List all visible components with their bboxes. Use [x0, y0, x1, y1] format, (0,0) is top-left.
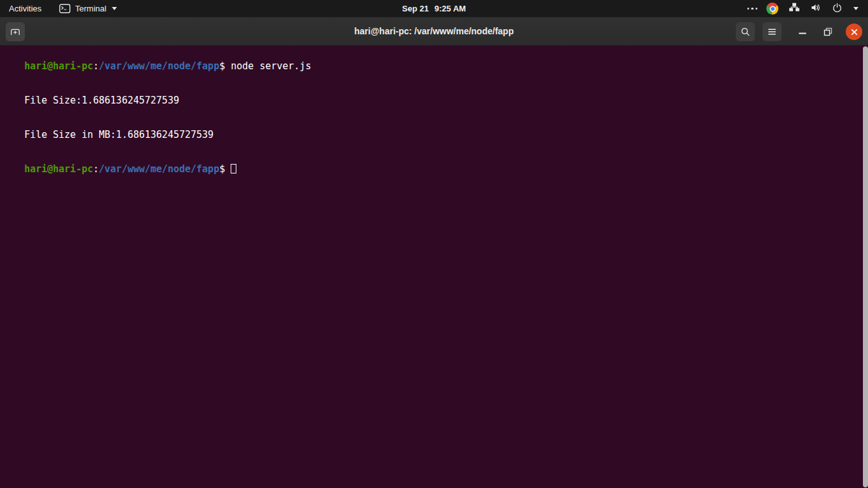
terminal-header-bar: hari@hari-pc: /var/www/me/node/fapp [0, 17, 868, 46]
terminal-line: hari@hari-pc:/var/www/me/node/fapp$ node… [1, 49, 860, 83]
terminal-cursor [231, 164, 236, 173]
terminal-content[interactable]: hari@hari-pc:/var/www/me/node/fapp$ node… [0, 46, 868, 488]
clock-date: Sep 21 [402, 4, 429, 13]
menu-button[interactable] [763, 22, 782, 41]
activities-button[interactable]: Activities [0, 0, 50, 17]
clock-time: 9:25 AM [435, 4, 466, 13]
scrollbar-thumb[interactable] [863, 46, 868, 487]
caret-down-icon [853, 7, 858, 10]
ellipsis-icon[interactable] [743, 8, 762, 10]
prompt-path: /var/www/me/node/fapp [99, 163, 220, 175]
new-tab-button[interactable] [6, 22, 25, 41]
prompt-colon: : [93, 60, 99, 72]
search-button[interactable] [736, 22, 755, 41]
network-icon [788, 1, 801, 16]
prompt-user-host: hari@hari-pc [24, 163, 93, 175]
terminal-line: File Size:1.686136245727539 [1, 83, 860, 118]
command-text: node server.js [231, 60, 311, 72]
caret-down-icon [112, 7, 117, 10]
restore-button[interactable] [818, 22, 837, 41]
terminal-line: hari@hari-pc:/var/www/me/node/fapp$ [1, 152, 860, 186]
output-text: File Size in MB:1.686136245727539 [24, 129, 214, 140]
power-icon [831, 2, 843, 16]
prompt-colon: : [93, 163, 99, 175]
chrome-icon[interactable] [766, 3, 778, 15]
terminal-line: File Size in MB:1.686136245727539 [1, 118, 860, 152]
app-menu-label: Terminal [75, 4, 106, 13]
terminal-icon [59, 4, 71, 13]
app-menu-terminal[interactable]: Terminal [50, 0, 126, 17]
minimize-button[interactable] [793, 22, 812, 41]
clock-button[interactable]: Sep 21 9:25 AM [402, 0, 466, 17]
system-status-area[interactable] [783, 0, 863, 17]
prompt-path: /var/www/me/node/fapp [99, 60, 220, 72]
close-button[interactable] [846, 24, 862, 40]
output-text: File Size:1.686136245727539 [24, 95, 179, 106]
volume-icon [810, 1, 822, 16]
prompt-user-host: hari@hari-pc [24, 60, 93, 72]
top-bar: Activities Terminal Sep 21 9:25 AM [0, 0, 868, 17]
prompt-dollar: $ [219, 163, 231, 175]
prompt-dollar: $ [219, 60, 231, 72]
